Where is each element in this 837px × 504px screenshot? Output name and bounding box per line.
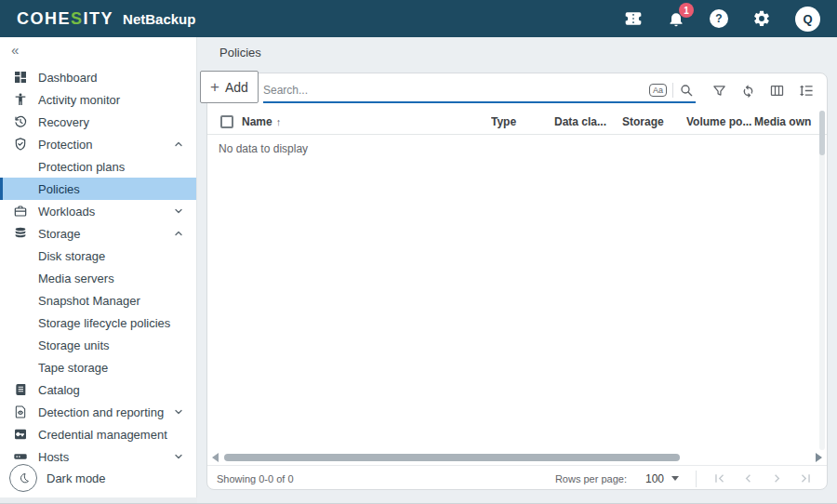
- column-header-data-cla[interactable]: Data cla...: [554, 115, 622, 128]
- match-case-toggle[interactable]: Aa: [649, 84, 667, 97]
- sidebar-item-dashboard[interactable]: Dashboard: [0, 66, 196, 88]
- sidebar-item-tape-storage[interactable]: Tape storage: [0, 356, 196, 378]
- pagination-controls: Rows per page: 100: [555, 471, 814, 487]
- hosts-icon: [13, 449, 28, 464]
- sidebar-item-storage[interactable]: Storage: [0, 222, 196, 245]
- help-icon[interactable]: ?: [710, 9, 728, 28]
- notification-badge: 1: [679, 3, 694, 18]
- rows-per-page-select[interactable]: 100: [645, 472, 679, 485]
- horizontal-scroll-thumb[interactable]: [224, 454, 680, 461]
- sidebar-item-label: Recovery: [38, 115, 89, 129]
- sidebar-nav: DashboardActivity monitorRecoveryProtect…: [0, 66, 196, 468]
- sidebar-item-label: Activity monitor: [38, 93, 120, 107]
- column-header-type[interactable]: Type: [491, 115, 554, 128]
- chevron-down-icon: [174, 206, 183, 216]
- sidebar-item-label: Catalog: [38, 383, 80, 397]
- add-button-label: Add: [225, 80, 248, 95]
- vertical-scroll-thumb[interactable]: [819, 111, 825, 155]
- next-page-icon[interactable]: [769, 471, 785, 486]
- sidebar-item-snapshot-manager[interactable]: Snapshot Manager: [0, 289, 196, 312]
- dark-mode-label: Dark mode: [46, 471, 106, 485]
- workloads-icon: [13, 204, 28, 219]
- sidebar-item-detection-and-reporting[interactable]: Detection and reporting: [0, 401, 196, 423]
- filter-icon[interactable]: [711, 83, 727, 99]
- refresh-icon[interactable]: [740, 83, 756, 99]
- chevron-down-icon: [671, 476, 679, 481]
- sidebar-item-label: Credential management: [38, 428, 167, 442]
- row-settings-icon[interactable]: [798, 83, 814, 99]
- dashboard-icon: [13, 70, 28, 85]
- ticket-icon[interactable]: [624, 9, 643, 28]
- policies-panel: Aa: [206, 73, 828, 490]
- search-icon[interactable]: [679, 83, 694, 98]
- sidebar-item-protection-plans[interactable]: Protection plans: [0, 155, 196, 178]
- page-title: Policies: [219, 46, 261, 60]
- column-header-name[interactable]: Name↑: [242, 115, 491, 128]
- sidebar-item-label: Dashboard: [38, 71, 98, 85]
- chevron-up-icon: [174, 139, 183, 149]
- sidebar-item-label: Policies: [38, 182, 80, 196]
- sidebar-item-storage-lifecycle-policies[interactable]: Storage lifecycle policies: [0, 312, 196, 334]
- catalog-icon: [13, 382, 28, 397]
- sidebar-item-catalog[interactable]: Catalog: [0, 378, 196, 401]
- activity-monitor-icon: [13, 92, 28, 107]
- sidebar-item-label: Media servers: [38, 272, 114, 285]
- vertical-scrollbar[interactable]: [819, 111, 825, 450]
- chevron-down-icon: [174, 407, 183, 417]
- search-field: Aa: [263, 79, 696, 103]
- footer-divider: [696, 471, 697, 487]
- sidebar-item-workloads[interactable]: Workloads: [0, 200, 196, 222]
- select-all-checkbox[interactable]: [220, 115, 233, 128]
- add-policy-button[interactable]: + Add: [200, 71, 259, 103]
- cohesity-wordmark: COHESITY: [17, 9, 113, 29]
- column-label: Volume po...: [686, 115, 751, 128]
- prev-page-icon[interactable]: [740, 471, 756, 486]
- user-avatar[interactable]: Q: [795, 7, 820, 32]
- netbackup-wordmark: NetBackup: [123, 11, 195, 27]
- sidebar-item-label: Tape storage: [38, 361, 108, 375]
- sidebar-item-label: Protection: [38, 138, 93, 152]
- sidebar-item-recovery[interactable]: Recovery: [0, 111, 196, 133]
- last-page-icon[interactable]: [798, 471, 814, 486]
- sidebar-item-label: Protection plans: [38, 160, 125, 174]
- sidebar-item-label: Detection and reporting: [38, 405, 164, 419]
- moon-icon: [9, 464, 37, 492]
- sidebar-item-activity-monitor[interactable]: Activity monitor: [0, 88, 196, 111]
- sidebar-item-disk-storage[interactable]: Disk storage: [0, 245, 196, 267]
- sidebar: « DashboardActivity monitorRecoveryProte…: [0, 37, 197, 497]
- bell-icon[interactable]: 1: [667, 9, 685, 28]
- scroll-right-arrow[interactable]: [816, 453, 822, 462]
- sidebar-item-policies[interactable]: Policies: [0, 178, 196, 200]
- chevron-down-icon: [174, 452, 183, 461]
- column-headers: Name↑TypeData cla...StorageVolume po...M…: [242, 115, 819, 128]
- sidebar-collapse-button[interactable]: «: [11, 42, 19, 58]
- column-label: Data cla...: [554, 115, 606, 128]
- column-label: Name: [242, 115, 272, 128]
- search-input[interactable]: [263, 84, 649, 97]
- column-header-media-own[interactable]: Media own: [754, 115, 819, 128]
- sidebar-item-label: Hosts: [38, 450, 69, 464]
- sidebar-item-label: Storage units: [38, 338, 110, 352]
- table-toolbar: Aa: [207, 73, 827, 109]
- plus-icon: +: [210, 79, 219, 95]
- sidebar-item-media-servers[interactable]: Media servers: [0, 267, 196, 289]
- column-label: Media own: [754, 115, 811, 128]
- sidebar-item-protection[interactable]: Protection: [0, 133, 196, 155]
- columns-icon[interactable]: [769, 83, 785, 99]
- sidebar-item-label: Snapshot Manager: [38, 294, 140, 308]
- column-header-volume-po[interactable]: Volume po...: [686, 115, 754, 128]
- first-page-icon[interactable]: [711, 471, 727, 486]
- table-header-row: Name↑TypeData cla...StorageVolume po...M…: [207, 109, 827, 135]
- table-footer: Showing 0-0 of 0 Rows per page: 100: [207, 465, 827, 490]
- sidebar-item-storage-units[interactable]: Storage units: [0, 334, 196, 356]
- netbackup-app: COHESITY NetBackup 1 ? Q « DashboardActi…: [0, 0, 837, 504]
- credential-management-icon: [13, 427, 28, 442]
- horizontal-scroll-track[interactable]: [219, 454, 816, 461]
- sidebar-item-credential-management[interactable]: Credential management: [0, 423, 196, 445]
- gear-icon[interactable]: [752, 9, 771, 28]
- dark-mode-toggle[interactable]: Dark mode: [9, 464, 106, 492]
- sidebar-item-label: Workloads: [38, 205, 95, 219]
- column-header-storage[interactable]: Storage: [622, 115, 686, 128]
- recovery-icon: [13, 114, 28, 129]
- scroll-left-arrow[interactable]: [212, 453, 219, 462]
